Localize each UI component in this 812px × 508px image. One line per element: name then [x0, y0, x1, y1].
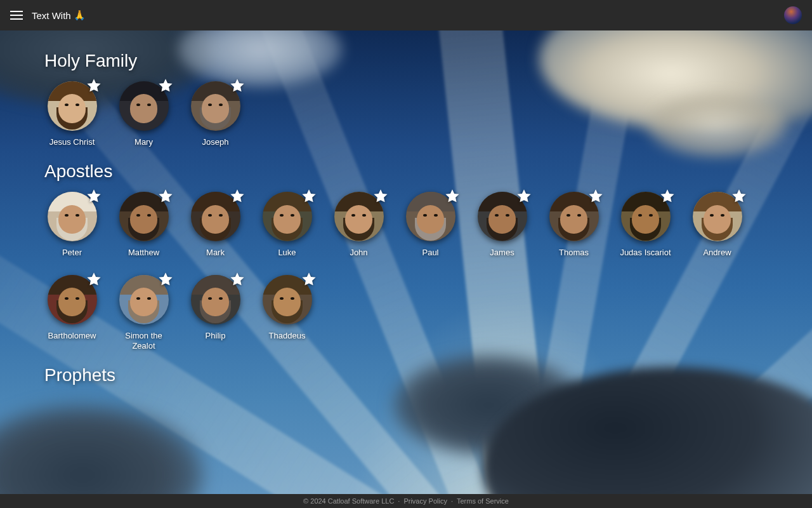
- favorite-star-icon[interactable]: [659, 188, 676, 204]
- character-card-mark[interactable]: Mark: [188, 192, 243, 258]
- favorite-star-icon[interactable]: [372, 188, 389, 204]
- avatar-wrap: [119, 192, 169, 241]
- character-card-simon-the-zealot[interactable]: Simon the Zealot: [116, 275, 171, 352]
- section-apostles: ApostlesPeterMatthewMarkLukeJohnPaulJame…: [44, 161, 797, 351]
- character-card-luke[interactable]: Luke: [259, 192, 315, 258]
- avatar-wrap: [263, 275, 312, 324]
- character-name: John: [350, 248, 367, 258]
- avatar-wrap: [263, 192, 312, 241]
- character-name: Judas Iscariot: [620, 248, 671, 258]
- avatar-wrap: [693, 192, 742, 241]
- character-card-john[interactable]: John: [331, 192, 386, 258]
- character-grid: Jesus ChristMaryJoseph: [44, 81, 797, 147]
- footer-link-terms[interactable]: Terms of Service: [457, 497, 509, 505]
- section-title: Prophets: [44, 365, 797, 385]
- character-name: Paul: [422, 248, 438, 258]
- avatar-wrap: [119, 275, 169, 324]
- footer-copyright: © 2024 Catloaf Software LLC: [303, 497, 394, 505]
- section-title: Holy Family: [44, 51, 797, 71]
- favorite-star-icon[interactable]: [157, 77, 174, 94]
- character-card-joseph[interactable]: Joseph: [188, 81, 243, 147]
- character-name: Thaddeus: [269, 331, 306, 341]
- character-name: Luke: [278, 248, 296, 258]
- character-name: Mary: [134, 137, 153, 147]
- favorite-star-icon[interactable]: [157, 188, 174, 204]
- character-card-james[interactable]: James: [475, 192, 530, 258]
- footer-link-privacy[interactable]: Privacy Policy: [403, 497, 447, 505]
- character-name: James: [490, 248, 514, 258]
- character-card-bartholomew[interactable]: Bartholomew: [44, 275, 100, 352]
- favorite-star-icon[interactable]: [86, 77, 102, 94]
- favorite-star-icon[interactable]: [86, 271, 102, 288]
- app-title-text: Text With: [32, 10, 71, 21]
- character-name: Peter: [62, 248, 82, 258]
- menu-icon[interactable]: [10, 11, 23, 20]
- character-card-thomas[interactable]: Thomas: [546, 192, 601, 258]
- avatar-wrap: [191, 81, 240, 131]
- avatar-wrap: [48, 275, 97, 324]
- favorite-star-icon[interactable]: [86, 188, 102, 204]
- character-card-paul[interactable]: Paul: [403, 192, 458, 258]
- avatar-wrap: [334, 192, 384, 241]
- favorite-star-icon[interactable]: [516, 188, 532, 204]
- character-name: Andrew: [703, 248, 731, 258]
- section-title: Apostles: [44, 161, 797, 182]
- character-name: Philip: [206, 331, 226, 341]
- character-grid: PeterMatthewMarkLukeJohnPaulJamesThomasJ…: [44, 192, 797, 351]
- character-name: Simon the Zealot: [116, 331, 171, 352]
- avatar-wrap: [48, 192, 97, 241]
- avatar-wrap: [621, 192, 671, 241]
- avatar-wrap: [119, 81, 169, 131]
- favorite-star-icon[interactable]: [444, 188, 461, 204]
- favorite-star-icon[interactable]: [731, 188, 747, 204]
- character-card-andrew[interactable]: Andrew: [690, 192, 745, 258]
- character-name: Mark: [206, 248, 225, 258]
- favorite-star-icon[interactable]: [157, 271, 174, 288]
- main-content: Holy FamilyJesus ChristMaryJosephApostle…: [0, 30, 812, 494]
- character-name: Thomas: [559, 248, 589, 258]
- avatar-wrap: [191, 192, 240, 241]
- character-name: Bartholomew: [48, 331, 96, 341]
- character-card-thaddeus[interactable]: Thaddeus: [259, 275, 315, 352]
- character-card-peter[interactable]: Peter: [44, 192, 100, 258]
- character-card-matthew[interactable]: Matthew: [116, 192, 171, 258]
- footer: © 2024 Catloaf Software LLC · Privacy Po…: [0, 494, 812, 508]
- section-prophets: Prophets: [44, 365, 797, 396]
- favorite-star-icon[interactable]: [301, 188, 317, 204]
- section-holy-family: Holy FamilyJesus ChristMaryJoseph: [44, 51, 797, 147]
- character-card-mary[interactable]: Mary: [116, 81, 171, 147]
- top-bar: Text With 🙏: [0, 0, 812, 30]
- character-card-philip[interactable]: Philip: [188, 275, 243, 352]
- avatar-wrap: [549, 192, 599, 241]
- character-name: Joseph: [202, 137, 229, 147]
- favorite-star-icon[interactable]: [301, 271, 317, 288]
- app-title: Text With 🙏: [32, 10, 86, 21]
- character-card-judas-iscariot[interactable]: Judas Iscariot: [618, 192, 673, 258]
- footer-separator: ·: [398, 497, 400, 505]
- avatar-wrap: [478, 192, 527, 241]
- profile-avatar[interactable]: [784, 6, 802, 24]
- favorite-star-icon[interactable]: [229, 77, 246, 94]
- avatar-wrap: [191, 275, 240, 324]
- footer-separator: ·: [451, 497, 453, 505]
- favorite-star-icon[interactable]: [229, 188, 246, 204]
- top-bar-left: Text With 🙏: [10, 10, 86, 21]
- favorite-star-icon[interactable]: [587, 188, 604, 204]
- character-name: Matthew: [128, 248, 159, 258]
- character-card-jesus-christ[interactable]: Jesus Christ: [44, 81, 100, 147]
- character-name: Jesus Christ: [49, 137, 95, 147]
- favorite-star-icon[interactable]: [229, 271, 246, 288]
- avatar-wrap: [406, 192, 455, 241]
- pray-icon: 🙏: [74, 10, 86, 21]
- avatar-wrap: [48, 81, 97, 131]
